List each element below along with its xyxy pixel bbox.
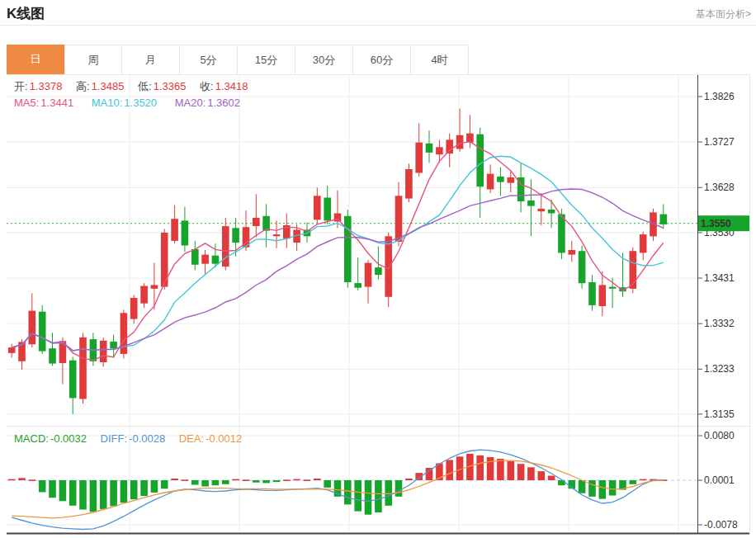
svg-text:1.3431: 1.3431 (704, 272, 735, 284)
ma20-label: MA20: (175, 97, 206, 109)
low-label: 低: (138, 80, 152, 92)
diff-value: -0.0028 (129, 432, 165, 445)
svg-text:1.3550: 1.3550 (701, 218, 731, 229)
dea-label: DEA: (179, 432, 204, 445)
svg-text:1.3135: 1.3135 (704, 408, 735, 420)
period-tabs: 日 周 月 5分 15分 30分 60分 4时 (7, 45, 749, 75)
page-title: K线图 (7, 4, 45, 23)
ma10-value: 1.3520 (124, 97, 157, 109)
macd-lines (12, 450, 664, 529)
tab-30min[interactable]: 30分 (295, 45, 353, 74)
svg-text:0.0001: 0.0001 (704, 474, 735, 486)
header-divider (0, 25, 756, 26)
ma5-label: MA5: (14, 97, 39, 109)
close-value: 1.3418 (215, 80, 248, 92)
ohlc-legend: 开:1.3378 高:1.3485 低:1.3365 收:1.3418 (14, 79, 258, 94)
tab-month[interactable]: 月 (122, 45, 180, 74)
svg-text:0.0080: 0.0080 (704, 430, 735, 441)
open-label: 开: (14, 80, 28, 92)
tab-4hour[interactable]: 4时 (411, 45, 469, 74)
dea-value: -0.0012 (206, 432, 242, 445)
svg-text:1.3628: 1.3628 (704, 182, 735, 193)
macd-legend: MACD:-0.0032 DIFF:-0.0028 DEA:-0.0012 (14, 432, 253, 445)
svg-text:1.3233: 1.3233 (704, 363, 735, 375)
macd-label: MACD: (14, 432, 49, 445)
macd-value: -0.0032 (50, 432, 87, 445)
ma-lines (12, 142, 664, 361)
tab-60min[interactable]: 60分 (353, 45, 411, 74)
tab-5min[interactable]: 5分 (180, 45, 238, 74)
svg-text:-0.0078: -0.0078 (704, 519, 738, 531)
ma20-value: 1.3602 (207, 97, 240, 109)
tab-week[interactable]: 周 (64, 45, 122, 74)
fundamental-analysis-link[interactable]: 基本面分析> (696, 7, 751, 21)
current-price-tag: 1.3550 (698, 215, 749, 231)
svg-text:1.3826: 1.3826 (704, 91, 735, 102)
high-value: 1.3485 (92, 80, 125, 92)
close-label: 收: (200, 80, 214, 92)
low-value: 1.3365 (154, 80, 187, 92)
tab-15min[interactable]: 15分 (238, 45, 295, 74)
diff-label: DIFF: (101, 432, 128, 445)
candles (8, 109, 667, 414)
ma-legend: MA5:1.3441 MA10:1.3520 MA20:1.3602 (14, 97, 255, 109)
svg-text:1.3332: 1.3332 (704, 318, 735, 329)
tab-day[interactable]: 日 (7, 45, 64, 74)
ma10-label: MA10: (92, 97, 123, 109)
y-axis-labels: 1.38261.37271.36281.35301.34311.33321.32… (697, 91, 738, 531)
axis-lines (7, 74, 750, 534)
open-value: 1.3378 (30, 80, 63, 92)
high-label: 高: (76, 80, 90, 92)
svg-text:1.3727: 1.3727 (704, 136, 735, 148)
ma5-value: 1.3441 (40, 97, 73, 109)
